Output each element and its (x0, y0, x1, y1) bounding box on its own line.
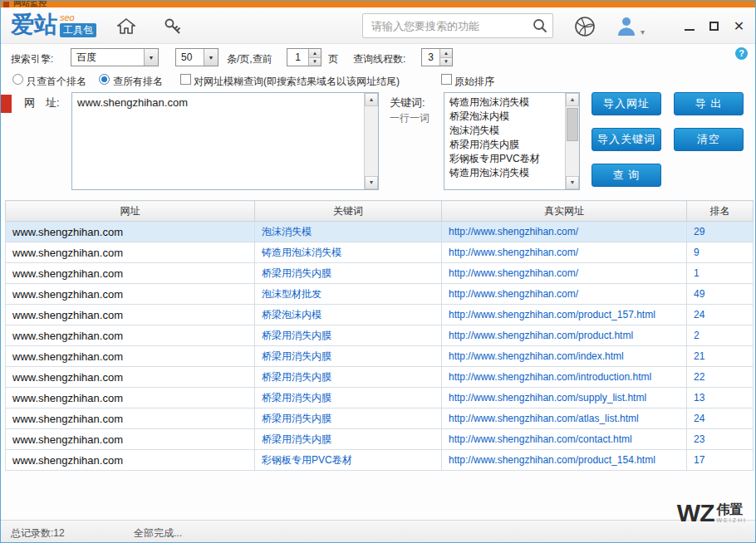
col-header-keyword: 关键词 (255, 201, 442, 222)
real-url-link[interactable]: http://www.shengzhihan.com/product_154.h… (442, 450, 687, 471)
scroll-up-icon[interactable]: ▲ (365, 93, 378, 106)
threads-up-icon[interactable]: ▲ (440, 49, 452, 58)
toolbar: 搜索引擎: 百度 ▼ 50 ▼ 条/页,查前 1 ▲ ▼ 页 查询线程数: 3 … (1, 44, 755, 71)
status-bar: 总记录数:12 全部完成... (1, 520, 755, 542)
keyword-link[interactable]: 桥梁用消失内膜 (255, 388, 442, 408)
col-header-url: 网址 (6, 201, 255, 222)
help-icon[interactable]: ? (735, 47, 748, 60)
url-textarea-content[interactable]: www.shengzhihan.com (72, 93, 364, 189)
keyword-link[interactable]: 桥梁用消失内膜 (255, 263, 442, 284)
engine-select[interactable]: 百度 ▼ (71, 48, 159, 66)
maximize-button[interactable] (708, 20, 720, 32)
rank-cell: 29 (687, 222, 754, 242)
home-icon[interactable] (117, 18, 135, 37)
checkbox-fuzzy-url[interactable] (180, 74, 191, 85)
search-icon[interactable] (533, 18, 547, 37)
page-count-up-icon[interactable]: ▲ (309, 49, 321, 58)
real-url-link[interactable]: http://www.shengzhihan.com/ (442, 222, 687, 242)
results-table: 网址 关键词 真实网址 排名 www.shengzhihan.com泡沫消失模h… (5, 200, 754, 471)
side-red-tag (1, 95, 12, 113)
page-count-down-icon[interactable]: ▼ (309, 58, 321, 66)
chevron-down-icon[interactable]: ▼ (144, 49, 158, 66)
background-window-title: 网站监控 (13, 1, 47, 7)
table-row[interactable]: www.shengzhihan.com桥梁泡沫内模http://www.shen… (6, 305, 754, 325)
keyword-link[interactable]: 泡沫型材批发 (255, 284, 442, 305)
keyword-scrollbar[interactable]: ▲ ▼ (565, 93, 579, 189)
table-row[interactable]: www.shengzhihan.com桥梁用消失内膜http://www.she… (6, 263, 754, 284)
keyword-link[interactable]: 桥梁用消失内膜 (255, 367, 442, 388)
url-textarea[interactable]: www.shengzhihan.com ▲ ▼ (71, 92, 379, 190)
keyword-link[interactable]: 桥梁用消失内膜 (255, 346, 442, 367)
scrollbar-thumb[interactable] (567, 108, 578, 141)
radio-first-rank[interactable] (12, 74, 23, 85)
checkbox-original-order[interactable] (441, 74, 452, 85)
table-row[interactable]: www.shengzhihan.com泡沫型材批发http://www.shen… (6, 284, 754, 305)
minimize-button[interactable] (683, 20, 695, 32)
keyword-link[interactable]: 桥梁用消失内膜 (255, 408, 442, 429)
scroll-down-icon[interactable]: ▼ (365, 176, 378, 189)
real-url-link[interactable]: http://www.shengzhihan.com/introduction.… (442, 367, 687, 388)
export-button[interactable]: 导 出 (674, 92, 744, 115)
keyword-link[interactable]: 桥梁用消失内膜 (255, 429, 442, 450)
keyword-link[interactable]: 彩钢板专用PVC卷材 (255, 450, 442, 471)
threads-stepper[interactable]: 3 ▲ ▼ (421, 48, 453, 66)
clear-button[interactable]: 清空 (674, 128, 744, 151)
weizhi-logo: WZ 伟置 WEIZHI (677, 502, 747, 524)
page-count-value: 1 (287, 49, 308, 66)
user-menu-caret-icon[interactable]: ▾ (641, 27, 645, 37)
real-url-link[interactable]: http://www.shengzhihan.com/atlas_list.ht… (442, 408, 687, 429)
real-url-link[interactable]: http://www.shengzhihan.com/ (442, 284, 687, 305)
threads-down-icon[interactable]: ▼ (440, 58, 452, 66)
real-url-link[interactable]: http://www.shengzhihan.com/index.html (442, 346, 687, 367)
keyword-textarea-content[interactable]: 铸造用泡沫消失模 桥梁泡沫内模 泡沫消失模 桥梁用消失内膜 彩钢板专用PVC卷材… (444, 93, 565, 189)
col-header-real-url: 真实网址 (442, 201, 687, 222)
app-logo: 爱站 seo 工具包 (11, 12, 96, 37)
keyword-textarea[interactable]: 铸造用泡沫消失模 桥梁泡沫内模 泡沫消失模 桥梁用消失内膜 彩钢板专用PVC卷材… (444, 92, 580, 190)
real-url-link[interactable]: http://www.shengzhihan.com/contact.html (442, 429, 687, 450)
url-cell: www.shengzhihan.com (6, 305, 255, 325)
real-url-link[interactable]: http://www.shengzhihan.com/product.html (442, 325, 687, 346)
rank-cell: 21 (687, 346, 754, 367)
options-row: 只查首个排名 查所有排名 对网址模糊查询(即搜索结果域名以该网址结尾) 原始排序 (1, 71, 755, 89)
real-url-link[interactable]: http://www.shengzhihan.com/product_157.h… (442, 305, 687, 325)
brand-seo-label: seo (60, 13, 75, 22)
url-cell: www.shengzhihan.com (6, 346, 255, 367)
keyword-link[interactable]: 桥梁用消失内膜 (255, 325, 442, 346)
url-cell: www.shengzhihan.com (6, 284, 255, 305)
table-row[interactable]: www.shengzhihan.com泡沫消失模http://www.sheng… (6, 222, 754, 242)
rank-cell: 23 (687, 429, 754, 450)
url-scrollbar[interactable]: ▲ ▼ (364, 93, 378, 189)
import-urls-button[interactable]: 导入网址 (592, 92, 661, 115)
radio-all-ranks[interactable] (99, 74, 110, 85)
scroll-down-icon[interactable]: ▼ (566, 176, 579, 189)
per-page-select[interactable]: 50 ▼ (175, 48, 218, 66)
table-row[interactable]: www.shengzhihan.com桥梁用消失内膜http://www.she… (6, 346, 754, 367)
table-row[interactable]: www.shengzhihan.com铸造用泡沫消失模http://www.sh… (6, 242, 754, 263)
query-button[interactable]: 查 询 (592, 164, 661, 187)
keyword-link[interactable]: 铸造用泡沫消失模 (255, 242, 442, 263)
table-row[interactable]: www.shengzhihan.com桥梁用消失内膜http://www.she… (6, 325, 754, 346)
real-url-link[interactable]: http://www.shengzhihan.com/supply_list.h… (442, 388, 687, 408)
radio-all-ranks-label: 查所有排名 (113, 75, 163, 89)
url-cell: www.shengzhihan.com (6, 388, 255, 408)
keyword-link[interactable]: 泡沫消失模 (255, 222, 442, 242)
key-tools-icon[interactable] (164, 17, 182, 39)
user-icon[interactable] (616, 15, 637, 40)
table-row[interactable]: www.shengzhihan.com彩钢板专用PVC卷材http://www.… (6, 450, 754, 471)
close-button[interactable]: ✕ (733, 20, 745, 32)
table-row[interactable]: www.shengzhihan.com桥梁用消失内膜http://www.she… (6, 408, 754, 429)
real-url-link[interactable]: http://www.shengzhihan.com/ (442, 263, 687, 284)
table-row[interactable]: www.shengzhihan.com桥梁用消失内膜http://www.she… (6, 429, 754, 450)
globe-icon[interactable] (574, 16, 596, 41)
keyword-link[interactable]: 桥梁泡沫内模 (255, 305, 442, 325)
chevron-down-icon[interactable]: ▼ (204, 49, 218, 66)
engine-label: 搜索引擎: (11, 52, 53, 66)
import-keywords-button[interactable]: 导入关键词 (592, 128, 661, 151)
scroll-up-icon[interactable]: ▲ (566, 93, 579, 106)
rank-cell: 24 (687, 408, 754, 429)
table-row[interactable]: www.shengzhihan.com桥梁用消失内膜http://www.she… (6, 367, 754, 388)
search-input[interactable] (362, 13, 553, 38)
real-url-link[interactable]: http://www.shengzhihan.com/ (442, 242, 687, 263)
page-count-stepper[interactable]: 1 ▲ ▼ (287, 48, 322, 66)
table-row[interactable]: www.shengzhihan.com桥梁用消失内膜http://www.she… (6, 388, 754, 408)
